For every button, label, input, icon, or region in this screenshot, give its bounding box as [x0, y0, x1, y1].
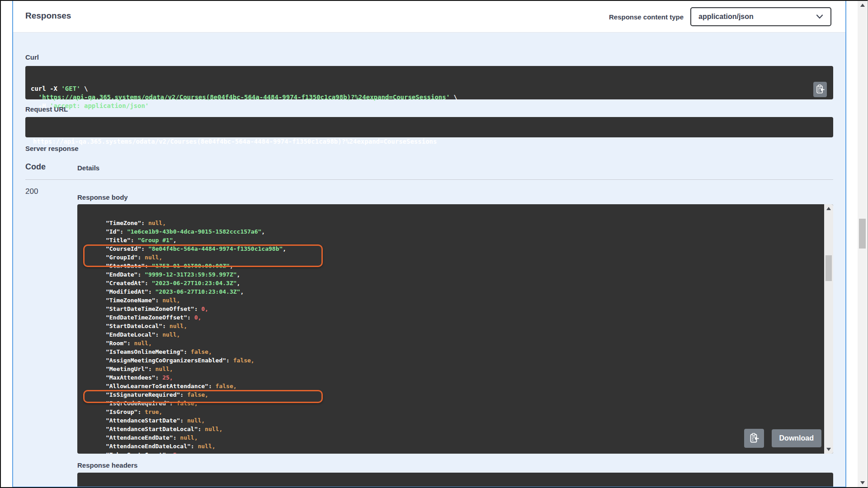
- code-token: 5,: [173, 451, 180, 454]
- code-token: "GroupId":: [85, 254, 145, 261]
- response-body-actions: Download: [744, 429, 821, 448]
- content-border-right: [845, 1, 846, 487]
- window-border-left: [0, 0, 1, 488]
- page-scrollbar-thumb[interactable]: [859, 219, 866, 249]
- code-token: "IsQrCodeRequired":: [85, 400, 177, 407]
- code-token: "1e6ce1b9-43b0-4dca-9015-1582ccc157a6": [127, 228, 261, 235]
- code-token: \: [450, 94, 458, 101]
- response-headers-block: accept-ranges: bytes: [77, 473, 833, 487]
- code-token: ,: [240, 288, 244, 295]
- code-token: "8e04f4bc-564a-4484-9974-f1350c1ca98b": [148, 245, 283, 252]
- code-line: "TakenSeatsCount": 5,: [85, 450, 833, 454]
- page-scrollbar[interactable]: [858, 1, 867, 487]
- code-token: "MeetingUrl":: [85, 366, 156, 372]
- code-token: "AllowLearnerToSetAttendance":: [85, 383, 216, 389]
- request-url-label: Request URL: [25, 105, 68, 113]
- page-title: Responses: [25, 11, 71, 21]
- code-line: "IsSignatureRequired": false,: [85, 390, 833, 399]
- code-line: "EndDateTimeZoneOffset": 0,: [85, 313, 833, 322]
- table-divider: [25, 179, 833, 180]
- code-token: "1753-01-01T00:00:00Z": [152, 263, 230, 269]
- code-token: ,: [283, 245, 286, 252]
- code-line: "AttendanceEndDate": null,: [85, 433, 833, 442]
- response-headers-label: Response headers: [77, 461, 137, 469]
- code-token: curl -X: [31, 85, 61, 92]
- code-token: "2023-06-27T10:23:04.3Z": [152, 280, 237, 286]
- scrollbar-thumb[interactable]: [826, 255, 832, 281]
- code-token: "IsGroup":: [85, 408, 145, 415]
- code-token: "EndDateLocal":: [85, 331, 162, 338]
- request-url-block: https://api-qa.365.systems/odata/v2/Cour…: [25, 117, 833, 137]
- code-token: null,: [198, 443, 215, 450]
- download-button[interactable]: Download: [772, 429, 821, 447]
- code-line: "EndDateLocal": null,: [85, 330, 833, 339]
- response-content-type-value: application/json: [698, 13, 754, 21]
- code-line: curl -X 'GET' \: [31, 84, 828, 93]
- code-token: "AttendanceStartDateLocal":: [85, 426, 205, 432]
- code-token: "IsTeamsOnlineMeeting":: [85, 348, 191, 355]
- code-token: "TimeZone":: [85, 220, 148, 226]
- curl-command-block: curl -X 'GET' \ 'https://api-qa.365.syst…: [25, 66, 833, 99]
- code-line: "AttendanceEndDateLocal": null,: [85, 442, 833, 450]
- code-line: "AttendanceStartDateLocal": null,: [85, 425, 833, 433]
- responses-header-band: Responses Response content type applicat…: [13, 1, 845, 33]
- code-token: 'https://api-qa.365.systems/odata/v2/Cou…: [38, 94, 450, 101]
- code-token: "EndDateTimeZoneOffset":: [85, 314, 194, 321]
- code-column-header: Code: [25, 162, 46, 172]
- scroll-up-arrow-icon[interactable]: [826, 207, 831, 210]
- copy-curl-button[interactable]: [813, 82, 827, 97]
- code-line: "MaxAttendees": 25,: [85, 373, 833, 382]
- code-token: false,: [187, 391, 208, 398]
- content-border-left: [12, 1, 13, 487]
- code-line: "AllowLearnerToSetAttendance": false,: [85, 382, 833, 390]
- response-content-type-select[interactable]: application/json: [690, 7, 831, 26]
- code-token: 0,: [194, 314, 202, 321]
- scroll-down-arrow-icon[interactable]: [826, 448, 831, 451]
- response-body-scrollbar[interactable]: [824, 204, 833, 454]
- code-token: null,: [187, 417, 205, 424]
- code-line: -H 'accept: application/json': [31, 102, 828, 110]
- code-line: "IsQrCodeRequired": false,: [85, 399, 833, 408]
- code-token: "EndDate":: [85, 271, 145, 278]
- code-token: null,: [156, 366, 173, 372]
- code-token: "Title":: [85, 237, 137, 244]
- code-line: "TimeZoneName": null,: [85, 296, 833, 305]
- code-line: "ModifiedAt": "2023-06-27T10:23:04.3Z",: [85, 287, 833, 296]
- code-token: "Group #1": [137, 237, 173, 244]
- response-content-type-group: Response content type application/json: [609, 1, 831, 33]
- code-line: "GroupId": null,: [85, 253, 833, 262]
- server-response-label: Server response: [25, 145, 79, 152]
- code-token: \: [80, 85, 88, 92]
- code-line: "TimeZone": null,: [85, 219, 833, 227]
- code-token: "CreatedAt":: [85, 280, 152, 286]
- code-line: "IsTeamsOnlineMeeting": false,: [85, 347, 833, 356]
- code-token: false,: [216, 383, 237, 389]
- response-body-label: Response body: [77, 193, 128, 201]
- code-token: ,: [230, 263, 233, 269]
- code-token: "TakenSeatsCount":: [85, 451, 173, 454]
- code-line: "StartDateTimeZoneOffset": 0,: [85, 305, 833, 313]
- response-content-type-label: Response content type: [609, 13, 684, 21]
- responses-panel: Responses Response content type applicat…: [13, 1, 845, 487]
- code-line: "IsGroup": true,: [85, 408, 833, 416]
- code-token: "AttendanceEndDateLocal":: [85, 443, 198, 450]
- code-token: "CourseId":: [85, 245, 148, 252]
- code-token: null,: [205, 426, 222, 432]
- code-line: "MeetingUrl": null,: [85, 365, 833, 373]
- code-token: false,: [233, 357, 255, 364]
- code-token: null,: [134, 340, 152, 347]
- copy-response-button[interactable]: [744, 429, 764, 448]
- code-line: "AssignMeetingCoOrganizersEnabled": fals…: [85, 356, 833, 365]
- code-token: https://api-qa.365.systems/odata/v2/Cour…: [33, 138, 437, 145]
- code-token: ,: [237, 280, 241, 286]
- code-line: "Room": null,: [85, 339, 833, 347]
- code-token: "MaxAttendees":: [85, 374, 162, 381]
- code-token: "ModifiedAt":: [85, 288, 156, 295]
- code-token: "TimeZoneName":: [85, 297, 162, 304]
- page-scroll-down-arrow-icon[interactable]: [860, 481, 865, 484]
- code-token: "9999-12-31T23:59:59.997Z": [145, 271, 237, 278]
- code-line: "CourseId": "8e04f4bc-564a-4484-9974-f13…: [85, 244, 833, 253]
- code-line: "AttendanceStartDate": null,: [85, 416, 833, 425]
- page-scroll-up-arrow-icon[interactable]: [860, 4, 865, 7]
- code-token: false,: [177, 400, 198, 407]
